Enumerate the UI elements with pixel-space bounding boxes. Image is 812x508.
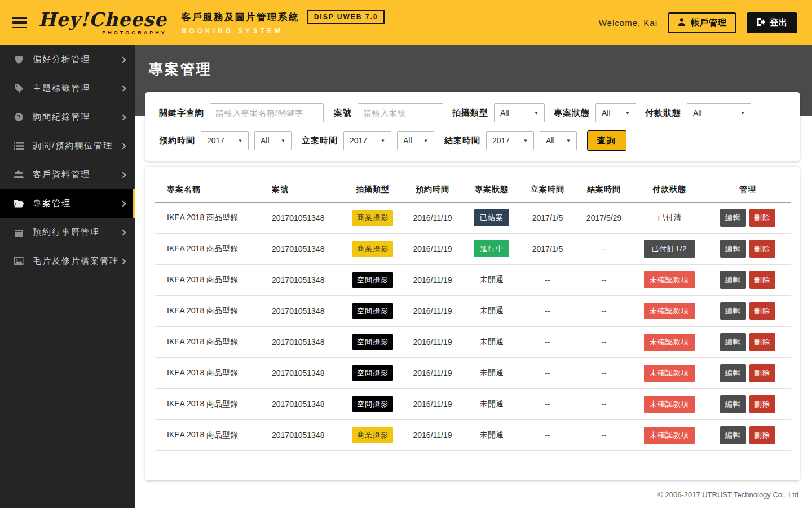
manage-cell: 編輯刪除: [705, 233, 791, 264]
close-year-select[interactable]: 2017 ▼: [486, 131, 534, 150]
close-month-select[interactable]: All ▼: [540, 131, 577, 150]
app-header: Hey!Cheese PHOTOGRAPHY 客戶服務及圖片管理系統 DISP …: [0, 0, 812, 45]
payment-status-cell: 已付清: [634, 202, 705, 233]
edit-button[interactable]: 編輯: [720, 302, 746, 320]
project-status-text: 未開通: [480, 306, 504, 315]
project-name-cell: IKEA 2018 商品型錄: [155, 326, 259, 357]
manage-cell: 編輯刪除: [705, 388, 791, 419]
sidebar-item-calendar[interactable]: 預約行事曆管理: [0, 218, 135, 247]
delete-button[interactable]: 刪除: [749, 302, 775, 320]
logout-button-label: 登出: [770, 17, 788, 28]
chevron-right-icon: [120, 200, 126, 207]
delete-button[interactable]: 刪除: [749, 364, 775, 382]
shoot-type-cell: 空間攝影: [343, 295, 403, 326]
logout-button[interactable]: 登出: [747, 12, 797, 33]
case-no-cell: 201701051348: [259, 419, 343, 450]
project-name-cell: IKEA 2018 商品型錄: [155, 357, 259, 388]
sidebar-item-files[interactable]: 毛片及修片檔案管理: [0, 247, 135, 275]
question-icon: ?: [12, 112, 25, 122]
project-status-cell: 未開通: [462, 326, 521, 357]
shoot-type-label: 拍攝類型: [452, 108, 488, 119]
payment-status-badge: 未確認款項: [644, 271, 695, 288]
close-date-cell: --: [574, 326, 634, 357]
open-date-cell: --: [521, 388, 574, 419]
sidebar-item-tags[interactable]: 主題標籤管理: [0, 74, 135, 103]
case-no-label: 案號: [334, 108, 352, 119]
column-header: 管理: [705, 177, 791, 202]
project-name-cell: IKEA 2018 商品型錄: [155, 388, 259, 419]
project-name-cell: IKEA 2018 商品型錄: [155, 233, 259, 264]
caret-down-icon: ▼: [740, 111, 745, 116]
booking-month-select[interactable]: All ▼: [254, 131, 292, 150]
project-status-text: 未開通: [480, 368, 504, 377]
delete-button[interactable]: 刪除: [749, 395, 775, 413]
project-status-select[interactable]: All ▼: [595, 103, 636, 122]
sidebar-item-customers[interactable]: 客戶資料管理: [0, 160, 135, 189]
chevron-right-icon: [120, 258, 126, 264]
payment-status-cell: 未確認款項: [634, 419, 705, 450]
sidebar-item-fields[interactable]: 詢問/預約欄位管理: [0, 132, 135, 160]
case-no-cell: 201701051348: [259, 326, 343, 357]
delete-button[interactable]: 刪除: [749, 209, 775, 227]
booking-date-cell: 2016/11/19: [403, 295, 462, 326]
table-row: IKEA 2018 商品型錄201701051348商業攝影2016/11/19…: [155, 419, 791, 450]
open-date-cell: --: [521, 419, 574, 450]
case-no-cell: 201701051348: [259, 264, 343, 295]
sidebar-item-preference[interactable]: 偏好分析管理: [0, 45, 135, 74]
svg-text:?: ?: [17, 114, 20, 120]
delete-button[interactable]: 刪除: [749, 426, 775, 444]
payment-status-badge: 未確認款項: [644, 427, 695, 444]
edit-button[interactable]: 編輯: [720, 209, 746, 227]
open-date-cell: --: [521, 295, 574, 326]
table-header-row: 專案名稱案號拍攝類型預約時間專案狀態立案時間結案時間付款狀態管理: [155, 177, 791, 202]
booking-year-select[interactable]: 2017 ▼: [201, 131, 249, 150]
payment-status-cell: 已付訂1/2: [634, 233, 705, 264]
edit-button[interactable]: 編輯: [720, 240, 746, 258]
project-status-cell: 已結案: [462, 202, 521, 233]
project-name-cell: IKEA 2018 商品型錄: [155, 419, 259, 450]
tag-icon: [12, 84, 25, 93]
project-status-text: 未開通: [480, 430, 504, 439]
brand-logo: Hey!Cheese PHOTOGRAPHY: [38, 10, 167, 36]
sidebar-item-inquiry[interactable]: ?詢問紀錄管理: [0, 103, 135, 132]
case-no-input[interactable]: [358, 103, 443, 122]
open-month-select[interactable]: All ▼: [397, 131, 434, 150]
menu-icon[interactable]: [12, 17, 27, 28]
close-date-cell: --: [574, 388, 634, 419]
project-status-text: 未開通: [480, 399, 504, 408]
open-year-select[interactable]: 2017 ▼: [343, 131, 391, 150]
edit-button[interactable]: 編輯: [720, 271, 746, 289]
case-no-cell: 201701051348: [259, 202, 343, 233]
sidebar-item-projects[interactable]: 專案管理: [0, 189, 135, 218]
project-status-cell: 未開通: [462, 419, 521, 450]
open-year-value: 2017: [350, 136, 367, 145]
edit-button[interactable]: 編輯: [720, 395, 746, 413]
column-header: 案號: [259, 177, 343, 202]
open-month-value: All: [403, 136, 412, 145]
project-name-cell: IKEA 2018 商品型錄: [155, 264, 259, 295]
system-title-block: 客戶服務及圖片管理系統 DISP UWEB 7.0 BOOKING SYSTEM: [182, 10, 385, 35]
booking-date-cell: 2016/11/19: [403, 233, 462, 264]
edit-button[interactable]: 編輯: [720, 333, 746, 351]
sidebar-item-label: 偏好分析管理: [33, 54, 90, 65]
shoot-type-badge: 商業攝影: [352, 241, 393, 257]
shoot-type-select[interactable]: All ▼: [494, 103, 545, 122]
open-time-label: 立案時間: [302, 135, 338, 146]
keyword-input[interactable]: [210, 103, 324, 122]
sidebar-item-label: 客戶資料管理: [33, 169, 90, 180]
close-date-cell: --: [574, 295, 634, 326]
case-no-cell: 201701051348: [259, 295, 343, 326]
user-icon: [677, 17, 686, 28]
shoot-type-cell: 商業攝影: [343, 419, 403, 450]
delete-button[interactable]: 刪除: [749, 271, 775, 289]
delete-button[interactable]: 刪除: [749, 333, 775, 351]
account-button[interactable]: 帳戶管理: [668, 12, 736, 33]
edit-button[interactable]: 編輯: [720, 364, 746, 382]
edit-button[interactable]: 編輯: [720, 426, 746, 444]
close-date-cell: 2017/5/29: [574, 202, 634, 233]
search-button[interactable]: 查詢: [587, 130, 626, 151]
payment-status-select[interactable]: All ▼: [687, 103, 751, 122]
delete-button[interactable]: 刪除: [749, 240, 775, 258]
close-date-cell: --: [574, 419, 634, 450]
table-row: IKEA 2018 商品型錄201701051348空間攝影2016/11/19…: [155, 326, 791, 357]
